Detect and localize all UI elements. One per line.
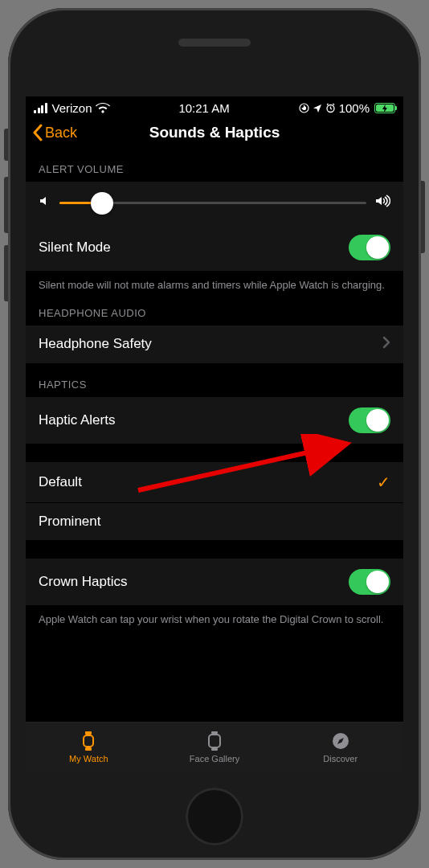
alarm-icon	[325, 103, 336, 113]
tab-my-watch[interactable]: My Watch	[26, 723, 152, 772]
battery-icon	[373, 103, 395, 113]
crown-haptics-row[interactable]: Crown Haptics	[26, 559, 403, 606]
svg-rect-8	[211, 748, 218, 751]
face-gallery-icon	[206, 731, 223, 751]
headphone-safety-row[interactable]: Headphone Safety	[26, 326, 403, 364]
status-bar: Verizon 10:21 AM 100%	[26, 96, 403, 117]
tab-label: Face Gallery	[190, 754, 239, 764]
section-header-alert-volume: ALERT VOLUME	[26, 149, 403, 182]
volume-high-icon	[374, 194, 390, 211]
silent-mode-toggle[interactable]	[349, 235, 390, 260]
crown-haptics-toggle[interactable]	[349, 569, 390, 595]
haptic-alerts-toggle[interactable]	[349, 407, 390, 433]
compass-icon	[331, 731, 350, 751]
tab-label: My Watch	[69, 754, 108, 764]
silent-mode-note: Silent mode will not mute alarms and tim…	[26, 272, 403, 293]
tab-bar: My Watch Face Gallery Discover	[26, 722, 403, 772]
power-button	[421, 181, 425, 253]
section-header-headphone: HEADPHONE AUDIO	[26, 293, 403, 326]
orientation-lock-icon	[299, 103, 309, 113]
svg-rect-4	[85, 731, 92, 735]
silent-mode-label: Silent Mode	[39, 240, 111, 256]
back-label: Back	[45, 125, 77, 141]
headphone-safety-label: Headphone Safety	[39, 336, 152, 352]
haptic-alerts-label: Haptic Alerts	[39, 412, 115, 428]
svg-rect-3	[84, 735, 93, 747]
svg-rect-6	[209, 735, 220, 747]
section-header-haptics: HAPTICS	[26, 364, 403, 397]
prominent-label: Prominent	[39, 514, 100, 530]
settings-content: ALERT VOLUME Silent Mode Silent mode wil…	[26, 149, 403, 626]
navigation-bar: Back Sounds & Haptics	[26, 117, 403, 149]
svg-rect-5	[85, 747, 92, 751]
default-label: Default	[39, 474, 82, 490]
tab-discover[interactable]: Discover	[277, 723, 403, 772]
crown-haptics-label: Crown Haptics	[39, 574, 128, 590]
chevron-left-icon	[32, 124, 43, 141]
alert-volume-slider-row	[26, 182, 403, 224]
default-option-row[interactable]: Default ✓	[26, 462, 403, 503]
home-button[interactable]	[186, 788, 243, 845]
battery-percent-label: 100%	[339, 101, 370, 115]
tab-face-gallery[interactable]: Face Gallery	[152, 723, 278, 772]
side-button	[4, 129, 8, 161]
checkmark-icon: ✓	[377, 473, 390, 492]
tab-label: Discover	[323, 754, 358, 764]
svg-rect-7	[211, 731, 218, 734]
volume-down-button	[4, 245, 8, 301]
watch-icon	[80, 731, 97, 751]
screen: Verizon 10:21 AM 100%	[26, 96, 403, 772]
prominent-option-row[interactable]: Prominent	[26, 503, 403, 541]
cell-signal-icon	[34, 103, 47, 113]
wifi-icon	[96, 103, 110, 113]
alert-volume-slider[interactable]	[59, 202, 366, 204]
slider-thumb[interactable]	[91, 192, 113, 215]
phone-frame: Verizon 10:21 AM 100%	[8, 8, 421, 860]
silent-mode-row[interactable]: Silent Mode	[26, 224, 403, 272]
clock-label: 10:21 AM	[178, 101, 229, 115]
haptic-alerts-row[interactable]: Haptic Alerts	[26, 397, 403, 444]
crown-haptics-note: Apple Watch can tap your wrist when you …	[26, 606, 403, 627]
back-button[interactable]: Back	[32, 124, 77, 141]
carrier-label: Verizon	[52, 101, 92, 115]
volume-low-icon	[39, 194, 51, 211]
page-title: Sounds & Haptics	[149, 124, 280, 141]
chevron-right-icon	[382, 336, 390, 353]
location-icon	[313, 104, 322, 113]
volume-up-button	[4, 177, 8, 233]
